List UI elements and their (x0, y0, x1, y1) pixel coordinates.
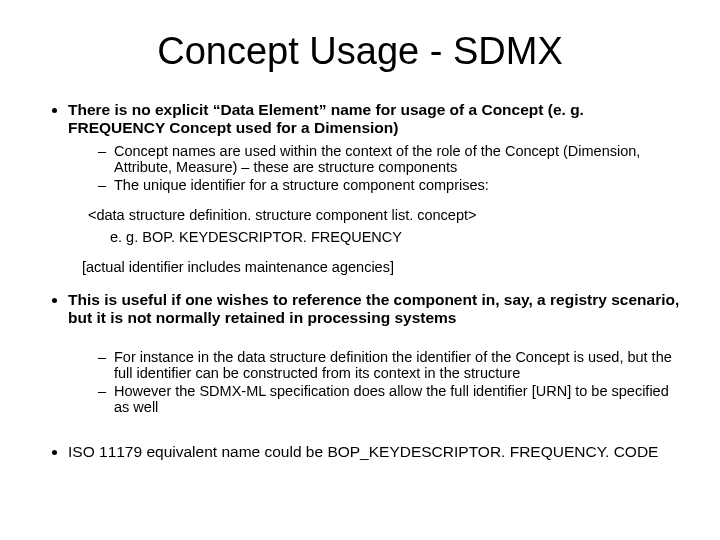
bullet-list: There is no explicit “Data Element” name… (40, 101, 680, 461)
bullet-2-text: This is useful if one wishes to referenc… (68, 291, 679, 326)
bullet-2-sublist: For instance in the data structure defin… (68, 349, 680, 415)
bullet-2: This is useful if one wishes to referenc… (68, 291, 680, 437)
slide: Concept Usage - SDMX There is no explici… (0, 0, 720, 540)
identifier-pattern: <data structure definition. structure co… (88, 207, 680, 223)
bullet-2-sub-1: For instance in the data structure defin… (98, 349, 680, 381)
bullet-1-text: There is no explicit “Data Element” name… (68, 101, 584, 136)
bullet-1-sublist: Concept names are used within the contex… (68, 143, 680, 193)
bullet-1: There is no explicit “Data Element” name… (68, 101, 680, 275)
identifier-note: [actual identifier includes maintenance … (82, 259, 680, 275)
identifier-example: e. g. BOP. KEYDESCRIPTOR. FREQUENCY (110, 229, 680, 245)
slide-title: Concept Usage - SDMX (40, 30, 680, 73)
bullet-1-sub-2: The unique identifier for a structure co… (98, 177, 680, 193)
bullet-1-sub-1: Concept names are used within the contex… (98, 143, 680, 175)
bullet-3: ISO 11179 equivalent name could be BOP_K… (68, 443, 680, 461)
bullet-2-sub-2: However the SDMX-ML specification does a… (98, 383, 680, 415)
bullet-3-text: ISO 11179 equivalent name could be BOP_K… (68, 443, 658, 460)
